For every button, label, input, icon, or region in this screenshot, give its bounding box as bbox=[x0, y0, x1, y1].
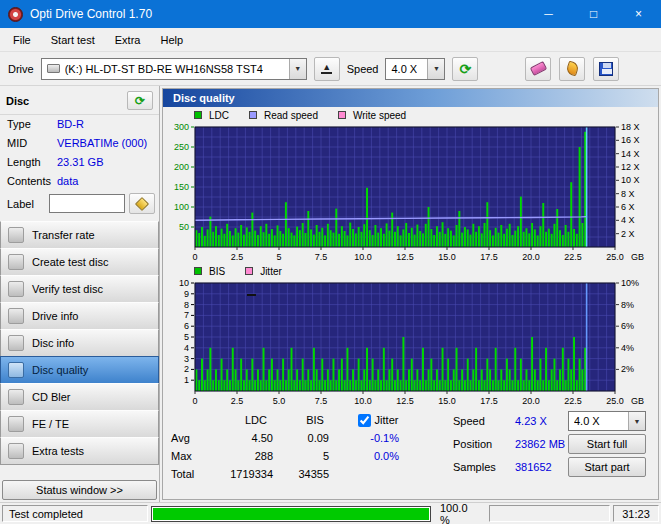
sidebar-item-label: Extra tests bbox=[32, 445, 84, 457]
avg-ldc-value: 4.50 bbox=[225, 432, 287, 444]
read-speed-swatch bbox=[249, 111, 257, 119]
start-full-button[interactable]: Start full bbox=[568, 434, 646, 454]
drive-info-icon bbox=[8, 308, 24, 324]
progress-bar bbox=[151, 506, 431, 522]
fe-te-icon bbox=[8, 416, 24, 432]
eraser-icon bbox=[529, 61, 546, 76]
svg-text:4%: 4% bbox=[621, 343, 634, 353]
speed-select[interactable]: 4.0 X ▼ bbox=[385, 58, 445, 80]
field-length: Length 23.31 GB bbox=[0, 153, 159, 172]
avg-jitter-value: -0.1% bbox=[343, 432, 413, 444]
svg-text:100: 100 bbox=[174, 202, 189, 212]
svg-text:12.5: 12.5 bbox=[396, 252, 414, 262]
svg-text:2: 2 bbox=[184, 364, 189, 374]
menu-extra[interactable]: Extra bbox=[106, 31, 150, 49]
disc-refresh-button[interactable]: ⟳ bbox=[127, 91, 153, 110]
sidebar-item-label: Disc info bbox=[32, 337, 74, 349]
sidebar-buttons: Transfer rate Create test disc Verify te… bbox=[0, 221, 159, 465]
menu-help[interactable]: Help bbox=[151, 31, 192, 49]
jitter-column-header: Jitter bbox=[343, 414, 413, 427]
status-text: Test completed bbox=[9, 508, 83, 520]
close-icon: × bbox=[635, 7, 642, 21]
sidebar-item-create-test-disc[interactable]: Create test disc bbox=[0, 248, 159, 276]
sidebar-item-drive-info[interactable]: Drive info bbox=[0, 302, 159, 330]
svg-text:10%: 10% bbox=[621, 279, 639, 288]
svg-text:20.0: 20.0 bbox=[522, 252, 540, 262]
svg-text:0: 0 bbox=[192, 252, 197, 262]
stats-area: LDC BIS Jitter Avg 4.50 0.09 -0.1% Max 2… bbox=[163, 409, 658, 499]
toolbar: Drive (K:) HL-DT-ST BD-RE WH16NS58 TST4 … bbox=[0, 52, 661, 86]
progress-fill bbox=[153, 508, 429, 520]
titlebar: Opti Drive Control 1.70 ─ □ × bbox=[0, 0, 661, 28]
speed-stat-label: Speed bbox=[453, 415, 515, 427]
svg-text:2.5: 2.5 bbox=[231, 252, 244, 262]
svg-text:1: 1 bbox=[184, 375, 189, 385]
drive-label: Drive bbox=[8, 63, 34, 75]
panel-title: Disc quality bbox=[163, 89, 658, 107]
create-test-disc-icon bbox=[8, 254, 24, 270]
ldc-column-header: LDC bbox=[225, 414, 287, 426]
chevron-down-icon[interactable]: ▼ bbox=[289, 59, 306, 79]
cd-bler-icon bbox=[8, 389, 24, 405]
sidebar-item-cd-bler[interactable]: CD Bler bbox=[0, 383, 159, 411]
edit-label-button[interactable] bbox=[129, 193, 155, 214]
minimize-button[interactable]: ─ bbox=[526, 0, 571, 28]
progress-percent: 100.0 % bbox=[434, 505, 486, 522]
erase-disc-button[interactable] bbox=[525, 57, 551, 81]
drive-select[interactable]: (K:) HL-DT-ST BD-RE WH16NS58 TST4 ▼ bbox=[41, 58, 307, 80]
start-part-button[interactable]: Start part bbox=[568, 457, 646, 477]
field-contents-value[interactable]: data bbox=[57, 174, 78, 189]
field-type: Type BD-R bbox=[0, 115, 159, 134]
disc-section-header: Disc ⟳ bbox=[0, 89, 159, 115]
menu-start-test[interactable]: Start test bbox=[42, 31, 104, 49]
sidebar-item-fe-te[interactable]: FE / TE bbox=[0, 410, 159, 438]
clean-drive-button[interactable] bbox=[559, 57, 585, 81]
disc-info-icon bbox=[8, 335, 24, 351]
status-window-button[interactable]: Status window >> bbox=[2, 480, 157, 500]
save-button[interactable] bbox=[593, 57, 619, 81]
jitter-legend-label: Jitter bbox=[260, 266, 282, 277]
chevron-down-icon[interactable]: ▼ bbox=[427, 59, 444, 79]
field-mid-label: MID bbox=[7, 136, 57, 151]
sidebar-item-disc-info[interactable]: Disc info bbox=[0, 329, 159, 357]
read-speed-legend-label: Read speed bbox=[264, 110, 318, 121]
quality-speed-select[interactable]: 4.0 X ▼ bbox=[568, 411, 646, 431]
max-jitter-value: 0.0% bbox=[343, 450, 413, 462]
minimize-icon: ─ bbox=[544, 7, 553, 21]
window-controls: ─ □ × bbox=[526, 0, 661, 28]
jitter-checkbox[interactable] bbox=[358, 414, 371, 427]
svg-text:9: 9 bbox=[184, 289, 189, 299]
svg-text:8 X: 8 X bbox=[621, 189, 635, 199]
sidebar-item-extra-tests[interactable]: Extra tests bbox=[0, 437, 159, 465]
field-type-label: Type bbox=[7, 117, 57, 132]
svg-text:4 X: 4 X bbox=[621, 215, 635, 225]
svg-text:17.5: 17.5 bbox=[480, 252, 498, 262]
start-full-label: Start full bbox=[587, 438, 627, 450]
save-icon bbox=[599, 62, 613, 76]
menubar: File Start test Extra Help bbox=[0, 28, 661, 52]
sidebar-item-transfer-rate[interactable]: Transfer rate bbox=[0, 221, 159, 249]
svg-text:GB: GB bbox=[631, 252, 644, 262]
verify-test-disc-icon bbox=[8, 281, 24, 297]
svg-text:10.0: 10.0 bbox=[354, 396, 372, 406]
menu-file[interactable]: File bbox=[4, 31, 40, 49]
speed-select-value: 4.0 X bbox=[391, 63, 417, 75]
svg-text:10: 10 bbox=[179, 279, 189, 288]
quality-speed-value: 4.0 X bbox=[574, 415, 600, 427]
disc-section-title: Disc bbox=[6, 95, 29, 107]
sidebar-item-verify-test-disc[interactable]: Verify test disc bbox=[0, 275, 159, 303]
field-type-value: BD-R bbox=[57, 117, 84, 132]
eject-button[interactable]: ▲ bbox=[314, 57, 340, 81]
label-row: Label bbox=[0, 191, 159, 216]
close-button[interactable]: × bbox=[616, 0, 661, 28]
sidebar-item-label: CD Bler bbox=[32, 391, 71, 403]
chevron-down-icon[interactable]: ▼ bbox=[628, 412, 645, 430]
max-ldc-value: 288 bbox=[225, 450, 287, 462]
avg-bis-value: 0.09 bbox=[287, 432, 343, 444]
svg-text:25.0: 25.0 bbox=[606, 252, 624, 262]
label-input[interactable] bbox=[49, 194, 125, 213]
refresh-button[interactable]: ⟳ bbox=[452, 57, 478, 81]
maximize-button[interactable]: □ bbox=[571, 0, 616, 28]
total-row-label: Total bbox=[169, 468, 225, 480]
sidebar-item-disc-quality[interactable]: Disc quality bbox=[0, 356, 159, 384]
